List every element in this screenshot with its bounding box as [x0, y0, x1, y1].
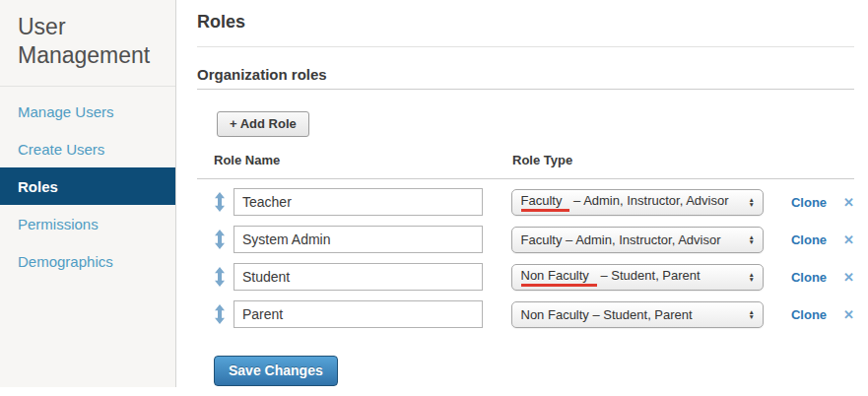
remove-icon[interactable]: ✕ — [843, 270, 854, 285]
section-title: Organization roles — [197, 47, 854, 90]
remove-icon[interactable]: ✕ — [843, 307, 854, 322]
role-type-select[interactable]: Non Faculty – Student, Parent ▲▼ — [511, 264, 764, 291]
role-type-rest: Faculty – Admin, Instructor, Advisor — [521, 232, 721, 247]
role-name-input[interactable] — [234, 300, 483, 328]
sidebar-item-create-users[interactable]: Create Users — [0, 130, 175, 167]
drag-handle-icon[interactable] — [214, 267, 226, 287]
clone-link[interactable]: Clone — [791, 307, 827, 322]
clone-link[interactable]: Clone — [791, 270, 827, 285]
annotated-text: Faculty — [521, 193, 570, 212]
role-name-input[interactable] — [234, 188, 483, 216]
select-stepper-icon: ▲▼ — [749, 234, 755, 244]
sidebar: User Management Manage Users Create User… — [0, 0, 176, 387]
role-type-rest: Non Faculty – Student, Parent — [521, 307, 693, 322]
clone-link[interactable]: Clone — [791, 195, 827, 210]
role-rows: Faculty – Admin, Instructor, Advisor ▲▼ … — [197, 188, 854, 328]
role-type-value: Faculty – Admin, Instructor, Advisor — [521, 193, 729, 212]
select-stepper-icon: ▲▼ — [749, 197, 755, 207]
role-type-rest: – Student, Parent — [597, 268, 701, 283]
role-type-value: Non Faculty – Student, Parent — [521, 307, 693, 322]
table-row: Faculty – Admin, Instructor, Advisor ▲▼ … — [197, 188, 854, 216]
role-type-value: Faculty – Admin, Instructor, Advisor — [521, 232, 721, 247]
role-name-input[interactable] — [234, 263, 483, 291]
select-stepper-icon: ▲▼ — [749, 309, 755, 319]
role-type-select[interactable]: Faculty – Admin, Instructor, Advisor ▲▼ — [511, 227, 764, 253]
sidebar-item-roles[interactable]: Roles — [0, 167, 175, 205]
app-title: User Management — [0, 0, 175, 87]
role-type-rest: – Admin, Instructor, Advisor — [569, 193, 728, 208]
sidebar-item-demographics[interactable]: Demographics — [0, 242, 175, 280]
remove-icon[interactable]: ✕ — [843, 232, 854, 247]
table-row: Non Faculty – Student, Parent ▲▼ Clone ✕ — [197, 263, 854, 291]
role-type-select[interactable]: Non Faculty – Student, Parent ▲▼ — [511, 301, 764, 328]
table-row: Faculty – Admin, Instructor, Advisor ▲▼ … — [197, 226, 854, 253]
column-header-role-type: Role Type — [512, 153, 572, 167]
role-name-input[interactable] — [234, 226, 483, 253]
page-title: Roles — [197, 0, 854, 47]
clone-link[interactable]: Clone — [791, 232, 827, 247]
column-header-role-name: Role Name — [214, 153, 512, 167]
role-type-select[interactable]: Faculty – Admin, Instructor, Advisor ▲▼ — [511, 189, 764, 216]
sidebar-item-permissions[interactable]: Permissions — [0, 205, 175, 242]
save-changes-button[interactable]: Save Changes — [214, 356, 338, 386]
drag-handle-icon[interactable] — [214, 304, 226, 324]
sidebar-item-manage-users[interactable]: Manage Users — [0, 93, 175, 130]
drag-handle-icon[interactable] — [214, 230, 226, 249]
annotated-text: Non Faculty — [521, 268, 597, 287]
table-header: Role Name Role Type — [197, 153, 854, 179]
sidebar-nav: Manage Users Create Users Roles Permissi… — [0, 87, 175, 280]
main-content: Roles Organization roles + Add Role Role… — [176, 0, 868, 396]
add-role-button[interactable]: + Add Role — [217, 111, 309, 137]
drag-handle-icon[interactable] — [214, 192, 226, 212]
table-row: Non Faculty – Student, Parent ▲▼ Clone ✕ — [197, 300, 854, 328]
remove-icon[interactable]: ✕ — [843, 195, 854, 210]
role-type-value: Non Faculty – Student, Parent — [521, 268, 701, 287]
select-stepper-icon: ▲▼ — [749, 272, 755, 282]
